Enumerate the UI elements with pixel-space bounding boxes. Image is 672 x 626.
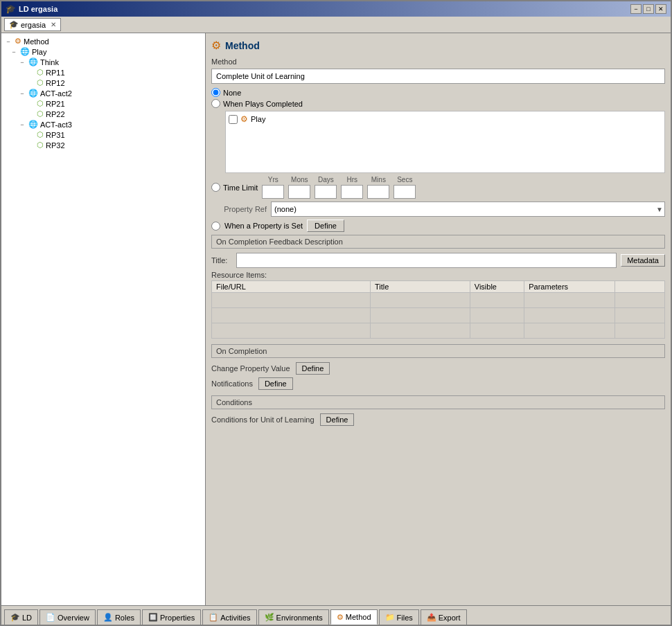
window-controls: − □ ✕ xyxy=(630,4,666,14)
complete-unit-label: Complete Unit of Learning xyxy=(216,72,305,80)
property-ref-select[interactable]: (none) ▼ xyxy=(271,202,665,217)
yrs-input[interactable] xyxy=(262,185,284,199)
define-change-property-button[interactable]: Define xyxy=(296,362,330,375)
play-icon-small: ⚙ xyxy=(240,114,248,124)
tab-close-icon[interactable]: ✕ xyxy=(51,21,56,28)
method-icon: ⚙ xyxy=(15,37,21,46)
col-header-visible: Visible xyxy=(470,281,524,293)
tab-roles-icon: 👤 xyxy=(103,613,113,622)
play-checkbox-label[interactable]: Play xyxy=(251,115,265,123)
time-field-mins: Mins xyxy=(367,176,389,199)
tab-roles[interactable]: 👤 Roles xyxy=(97,609,141,625)
mons-input[interactable] xyxy=(288,185,310,199)
tab-export-label: Export xyxy=(439,614,461,622)
tab-ld-label: LD xyxy=(22,614,32,622)
tab-properties[interactable]: 🔲 Properties xyxy=(142,609,201,625)
tab-overview[interactable]: 📄 Overview xyxy=(39,609,96,625)
tab-activities[interactable]: 📋 Activities xyxy=(202,609,256,625)
radio-none-label[interactable]: None xyxy=(223,89,241,97)
cell-parameters-3 xyxy=(524,323,615,339)
define-when-property-button[interactable]: Define xyxy=(307,220,344,232)
tree-item-rp21[interactable]: ⬡ RP21 xyxy=(4,98,202,109)
radio-time-limit[interactable] xyxy=(211,183,220,192)
tab-activities-icon: 📋 xyxy=(209,613,218,622)
tab-overview-label: Overview xyxy=(58,614,89,622)
tree-item-act-act3[interactable]: − 🌐 ACT-act3 xyxy=(4,119,202,129)
tab-method-icon: ⚙ xyxy=(337,613,344,622)
tree-toggle-think[interactable]: − xyxy=(18,58,26,66)
days-input[interactable] xyxy=(315,185,337,199)
tab-files[interactable]: 📁 Files xyxy=(379,609,419,625)
radio-time-limit-row: Time Limit xyxy=(211,183,258,192)
tab-export[interactable]: 📤 Export xyxy=(421,609,467,625)
hrs-input[interactable] xyxy=(341,185,363,199)
tree-toggle-rp31 xyxy=(26,131,35,139)
tree-item-rp22[interactable]: ⬡ RP22 xyxy=(4,109,202,119)
think-icon: 🌐 xyxy=(28,57,38,66)
tree-item-play[interactable]: − 🌐 Play xyxy=(4,46,202,57)
radio-time-limit-label[interactable]: Time Limit xyxy=(223,184,258,192)
tab-overview-icon: 📄 xyxy=(46,613,55,622)
tree-item-rp12[interactable]: ⬡ RP12 xyxy=(4,78,202,88)
tree-item-rp32[interactable]: ⬡ RP32 xyxy=(4,140,202,150)
tree-label-rp21: RP21 xyxy=(46,100,65,108)
application-window: 🎓 LD ergasia − □ ✕ 🎓 ergasia ✕ − ⚙ Metho… xyxy=(0,0,672,626)
tree-label-act3: ACT-act3 xyxy=(40,120,72,129)
radio-none[interactable] xyxy=(211,88,220,97)
tab-ld[interactable]: 🎓 LD xyxy=(4,609,38,625)
metadata-button[interactable]: Metadata xyxy=(621,254,665,267)
cell-file-3 xyxy=(212,323,371,339)
tree-toggle-act2[interactable]: − xyxy=(18,89,26,98)
tree-item-rp31[interactable]: ⬡ RP31 xyxy=(4,129,202,140)
mins-input[interactable] xyxy=(367,185,389,199)
tree-toggle-rp11 xyxy=(26,69,35,77)
table-row xyxy=(212,323,665,339)
rp21-icon: ⬡ xyxy=(37,99,44,108)
cell-visible-2 xyxy=(470,308,524,323)
play-icon: 🌐 xyxy=(20,47,30,56)
tree-item-rp11[interactable]: ⬡ RP11 xyxy=(4,67,202,78)
app-icon: 🎓 xyxy=(6,4,16,14)
maximize-button[interactable]: □ xyxy=(643,4,654,14)
radio-when-property[interactable] xyxy=(211,222,220,231)
window-tab-ergasia[interactable]: 🎓 ergasia ✕ xyxy=(4,18,61,31)
hrs-label: Hrs xyxy=(347,176,358,184)
tree-item-method[interactable]: − ⚙ Method xyxy=(4,36,202,46)
tab-activities-label: Activities xyxy=(220,614,250,622)
title-input[interactable] xyxy=(236,253,617,268)
conditions-for-row: Conditions for Unit of Learning Define xyxy=(211,413,665,426)
tab-method[interactable]: ⚙ Method xyxy=(330,609,378,625)
tree-toggle-play[interactable]: − xyxy=(10,48,18,56)
define-conditions-button[interactable]: Define xyxy=(320,413,355,426)
time-limit-area: Time Limit Yrs Mons Days xyxy=(211,176,665,199)
secs-label: Secs xyxy=(397,176,412,184)
close-button[interactable]: ✕ xyxy=(655,4,666,14)
tree-toggle-act3[interactable]: − xyxy=(18,120,26,129)
tree-label-rp11: RP11 xyxy=(46,69,65,77)
minimize-button[interactable]: − xyxy=(630,4,642,14)
tree-item-act-act2[interactable]: − 🌐 ACT-act2 xyxy=(4,88,202,98)
radio-when-plays-label[interactable]: When Plays Completed xyxy=(223,100,303,108)
tab-files-icon: 📁 xyxy=(385,613,395,622)
tree-panel: − ⚙ Method − 🌐 Play − 🌐 Think ⬡ RP11 xyxy=(1,33,206,605)
panel-title: Method xyxy=(225,40,260,51)
secs-input[interactable] xyxy=(394,185,416,199)
tree-toggle-method[interactable]: − xyxy=(4,37,12,46)
tree-item-think[interactable]: − 🌐 Think xyxy=(4,57,202,67)
panel-header-icon: ⚙ xyxy=(211,39,221,52)
method-section-label: Method xyxy=(211,57,665,66)
radio-when-property-label[interactable]: When a Property is Set xyxy=(224,222,303,230)
tab-roles-label: Roles xyxy=(115,614,134,622)
tree-label-rp12: RP12 xyxy=(46,79,65,87)
col-header-file: File/URL xyxy=(212,281,371,293)
time-field-mons: Mons xyxy=(288,176,310,199)
property-ref-row: Property Ref (none) ▼ xyxy=(211,202,665,217)
define-notifications-button[interactable]: Define xyxy=(258,377,293,390)
tree-toggle-rp21 xyxy=(26,100,35,108)
title-bar: 🎓 LD ergasia − □ ✕ xyxy=(1,1,671,17)
cell-title-2 xyxy=(370,308,470,323)
tab-environments[interactable]: 🌿 Environments xyxy=(258,609,329,625)
radio-when-plays[interactable] xyxy=(211,99,220,108)
play-checkbox[interactable] xyxy=(229,115,238,124)
col-header-title: Title xyxy=(370,281,470,293)
